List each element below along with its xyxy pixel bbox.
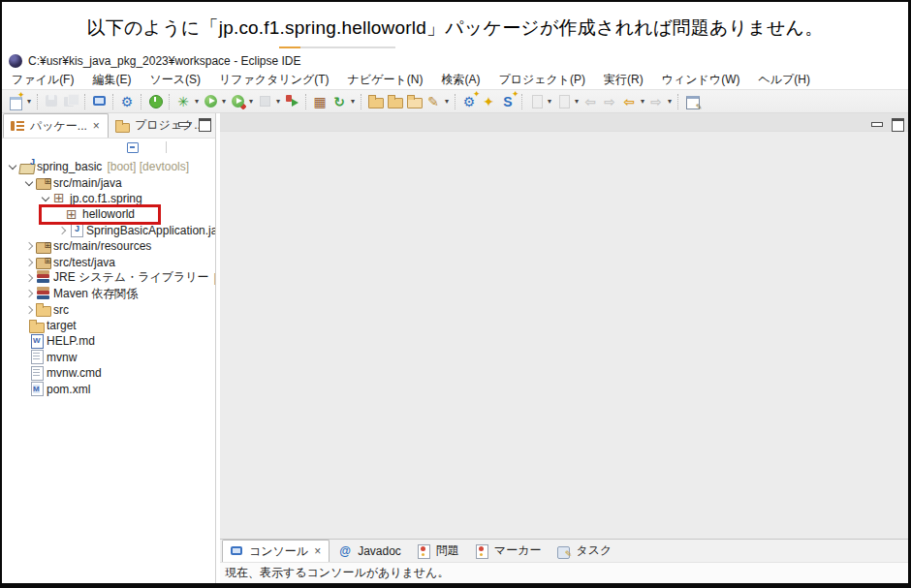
spring-boot-button[interactable]: [145, 91, 165, 111]
tree-spacer: [22, 366, 29, 380]
profile-dropdown-icon[interactable]: ▾: [247, 97, 255, 106]
menu-project[interactable]: プロジェクト(P): [498, 72, 585, 88]
next-edit-location-button[interactable]: ⇨: [600, 91, 619, 111]
relaunch-icon: [284, 93, 300, 109]
editor-column: コンソール×Javadoc問題マーカータスク 現在、表示するコンソールがありませ…: [220, 113, 908, 583]
open-perspective-button[interactable]: [682, 91, 702, 111]
tree-item-spring-basic[interactable]: spring_basic[boot] [devtools]: [2, 159, 215, 174]
tree-item-springbasicapplication-java[interactable]: SpringBasicApplication.java: [2, 223, 215, 238]
maven-refresh-button[interactable]: ↻: [330, 91, 349, 111]
back-dropdown-icon[interactable]: ▾: [639, 97, 646, 106]
explorer-tabbar: パッケー...×プロジェク...: [2, 113, 215, 139]
console-tab-javadoc[interactable]: Javadoc: [331, 540, 408, 562]
menu-run[interactable]: 実行(R): [604, 72, 644, 88]
src-folder-icon: [36, 175, 51, 190]
menu-source[interactable]: ソース(S): [149, 72, 201, 88]
tree-item-src-test-java[interactable]: src/test/java: [2, 254, 215, 269]
tree-item-target[interactable]: target: [2, 318, 215, 333]
save-button: [42, 91, 61, 111]
menu-navigate[interactable]: ナビゲート(N): [348, 72, 424, 88]
run-icon: [203, 93, 219, 109]
prev-annotation-dropdown-icon[interactable]: ▾: [546, 97, 553, 106]
tree-expander-icon[interactable]: [22, 303, 36, 317]
new-wizard-shortcut-button[interactable]: ✦: [479, 91, 498, 111]
open-file-icon: [367, 93, 384, 109]
tree-expander-icon[interactable]: [22, 287, 36, 300]
console-tab-problems[interactable]: 問題: [410, 540, 466, 562]
maximize-editor-icon[interactable]: [891, 118, 904, 131]
new-spring-starter-button[interactable]: S: [498, 91, 518, 111]
tab-package-explorer[interactable]: パッケー...×: [3, 113, 109, 138]
tree-expander-icon[interactable]: [39, 192, 52, 205]
toolbar-separator: [37, 94, 38, 109]
back-button[interactable]: ⇦: [619, 91, 639, 111]
tree-item-mvnw[interactable]: mvnw: [2, 350, 215, 365]
close-tab-icon[interactable]: ×: [313, 545, 322, 557]
tree-item-jre-system-library[interactable]: JRE システム・ライブラリー[JavaSE-17]: [2, 270, 215, 286]
src-folder-icon: [36, 239, 51, 254]
forward-button[interactable]: ⇨: [646, 91, 666, 111]
tree-item-mvnw-cmd[interactable]: mvnw.cmd: [2, 365, 215, 381]
tree-item-src-main-java[interactable]: src/main/java: [2, 174, 215, 190]
save-icon: [44, 93, 60, 109]
menu-refactoring[interactable]: リファクタリング(T): [219, 72, 330, 88]
link-with-editor-icon[interactable]: [145, 140, 161, 155]
prev-edit-location-button[interactable]: ⇦: [581, 91, 600, 111]
tree-expander-icon[interactable]: [22, 239, 36, 253]
menu-search[interactable]: 検索(A): [441, 72, 480, 88]
open-resource-button[interactable]: [385, 91, 404, 111]
minimize-view-icon[interactable]: [177, 118, 191, 131]
tree-item-help-md[interactable]: HELP.md: [2, 333, 215, 349]
open-console-button[interactable]: [89, 91, 109, 111]
search-pencil-dropdown-icon[interactable]: ▾: [443, 97, 451, 106]
run-dropdown-icon[interactable]: ▾: [220, 97, 228, 106]
run-button[interactable]: [201, 91, 220, 111]
view-menu-icon[interactable]: [192, 140, 207, 155]
new-run-config-button[interactable]: ⚙: [459, 91, 479, 111]
profile-button[interactable]: [228, 91, 247, 111]
open-file-button[interactable]: [365, 91, 385, 111]
prev-edit-location-icon: ⇦: [582, 93, 599, 109]
tree-expander-icon[interactable]: [22, 271, 36, 285]
relaunch-button[interactable]: [282, 91, 301, 111]
debug-dropdown-icon[interactable]: ▾: [193, 97, 201, 106]
tree-expander-icon[interactable]: [22, 256, 36, 269]
minimize-editor-icon[interactable]: [870, 118, 884, 131]
tree-expander-icon[interactable]: [22, 176, 36, 190]
menu-window[interactable]: ウィンドウ(W): [662, 72, 740, 88]
tree-item-src-main-resources[interactable]: src/main/resources: [2, 238, 215, 254]
coverage-button[interactable]: ▦: [310, 91, 330, 111]
tree-item-src[interactable]: src: [2, 302, 215, 318]
debug-button[interactable]: ✳: [173, 91, 193, 111]
menu-file[interactable]: ファイル(F): [12, 72, 74, 88]
tree-item-content: target: [29, 319, 77, 333]
toolbar-separator: [141, 94, 141, 109]
close-tab-icon[interactable]: ×: [92, 120, 101, 132]
maven-refresh-dropdown-icon[interactable]: ▾: [349, 97, 357, 106]
tree-item-label: Maven 依存関係: [53, 286, 138, 302]
menu-help[interactable]: ヘルプ(H): [758, 72, 810, 88]
caption-underline-orange: [279, 46, 300, 48]
console-tab-tasks[interactable]: タスク: [550, 540, 618, 562]
tree-item-helloworld[interactable]: helloworld: [2, 206, 215, 222]
open-folder-button[interactable]: [404, 91, 424, 111]
console-tab-markers[interactable]: マーカー: [468, 540, 549, 562]
console-tab-label: マーカー: [494, 542, 542, 559]
forward-dropdown-icon[interactable]: ▾: [666, 97, 674, 106]
settings-gear-button[interactable]: ⚙: [117, 91, 137, 111]
collapse-all-icon[interactable]: [125, 140, 141, 155]
focus-on-task-icon: [172, 140, 187, 155]
menu-edit[interactable]: 編集(E): [92, 72, 131, 88]
next-annotation-dropdown-icon[interactable]: ▾: [573, 97, 581, 106]
console-tab-console[interactable]: コンソール×: [222, 540, 330, 562]
stop-dropdown-icon[interactable]: ▾: [274, 97, 282, 106]
tree-item-maven-dependencies[interactable]: Maven 依存関係: [2, 286, 215, 301]
tree-expander-icon[interactable]: [55, 224, 69, 237]
new-dropdown-icon[interactable]: ▾: [25, 97, 33, 106]
tree-expander-icon[interactable]: [6, 160, 19, 173]
tree-item-pom-xml[interactable]: pom.xml: [2, 381, 215, 396]
search-pencil-button[interactable]: ✎: [424, 91, 443, 111]
toolbar-separator: [305, 94, 306, 109]
maximize-view-icon[interactable]: [198, 118, 211, 131]
new-button[interactable]: [6, 91, 25, 111]
